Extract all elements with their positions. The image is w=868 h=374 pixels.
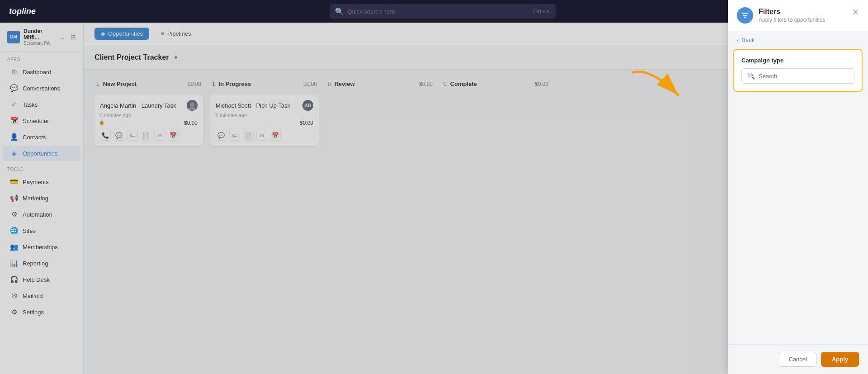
global-search-input[interactable] xyxy=(348,8,530,15)
filter-panel-subtitle: Apply filters to opportunities xyxy=(759,17,825,23)
search-shortcut: Ctrl + K xyxy=(533,9,550,14)
apply-button[interactable]: Apply xyxy=(821,352,859,367)
campaign-type-search-box[interactable]: 🔍 xyxy=(741,68,854,84)
cancel-button[interactable]: Cancel xyxy=(779,352,816,367)
filter-panel-title: Filters xyxy=(759,8,825,16)
campaign-search-icon: 🔍 xyxy=(747,72,755,80)
filter-back-button[interactable]: ‹ Back xyxy=(728,31,868,49)
campaign-type-section: Campaign type 🔍 xyxy=(733,49,863,92)
filter-panel-footer: Cancel Apply xyxy=(728,344,868,374)
topline-logo: topline xyxy=(9,7,36,16)
global-search-bar[interactable]: 🔍 Ctrl + K xyxy=(330,4,556,19)
campaign-type-label: Campaign type xyxy=(741,57,854,64)
filter-panel: Filters Apply filters to opportunities ✕… xyxy=(728,0,868,374)
filter-close-button[interactable]: ✕ xyxy=(852,7,859,17)
chevron-left-icon: ‹ xyxy=(737,37,739,43)
filter-icon-circle xyxy=(737,7,753,24)
campaign-type-search-input[interactable] xyxy=(759,73,849,80)
search-icon: 🔍 xyxy=(335,7,344,16)
filter-panel-header: Filters Apply filters to opportunities ✕ xyxy=(728,0,868,31)
